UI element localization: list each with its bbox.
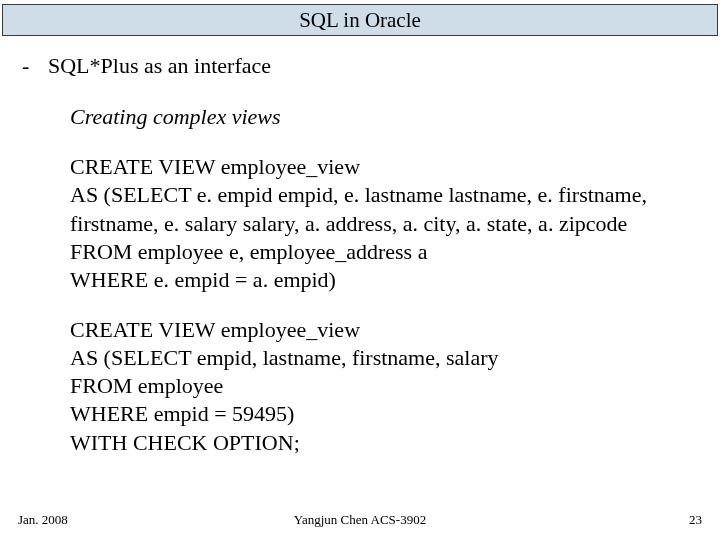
section-subtitle: Creating complex views bbox=[70, 103, 702, 132]
footer-date: Jan. 2008 bbox=[18, 512, 68, 528]
slide: SQL in Oracle - SQL*Plus as an interface… bbox=[0, 0, 720, 540]
bullet-text: SQL*Plus as an interface bbox=[48, 52, 271, 81]
slide-title: SQL in Oracle bbox=[2, 4, 718, 36]
slide-body: - SQL*Plus as an interface Creating comp… bbox=[18, 52, 702, 457]
footer-page-number: 23 bbox=[689, 512, 702, 528]
slide-footer: Jan. 2008 Yangjun Chen ACS-3902 23 bbox=[18, 512, 702, 528]
bullet-row: - SQL*Plus as an interface bbox=[18, 52, 702, 81]
bullet-dash: - bbox=[18, 52, 48, 81]
footer-author-course: Yangjun Chen ACS-3902 bbox=[18, 512, 702, 528]
sql-code-block-1: CREATE VIEW employee_view AS (SELECT e. … bbox=[70, 153, 702, 294]
sql-code-block-2: CREATE VIEW employee_view AS (SELECT emp… bbox=[70, 316, 702, 457]
